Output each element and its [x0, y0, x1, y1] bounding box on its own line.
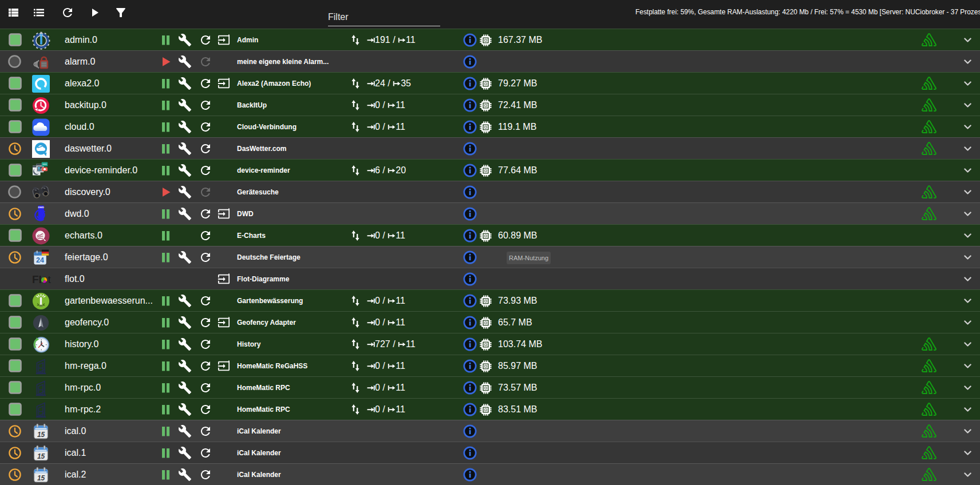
- svg-text:Fl: Fl: [32, 273, 42, 285]
- svg-text:15: 15: [37, 452, 45, 460]
- svg-text:24: 24: [36, 256, 44, 264]
- svg-text:15: 15: [37, 474, 45, 482]
- svg-text:15: 15: [37, 430, 45, 438]
- svg-text:t: t: [48, 273, 51, 285]
- svg-text:DWD: DWD: [38, 205, 44, 208]
